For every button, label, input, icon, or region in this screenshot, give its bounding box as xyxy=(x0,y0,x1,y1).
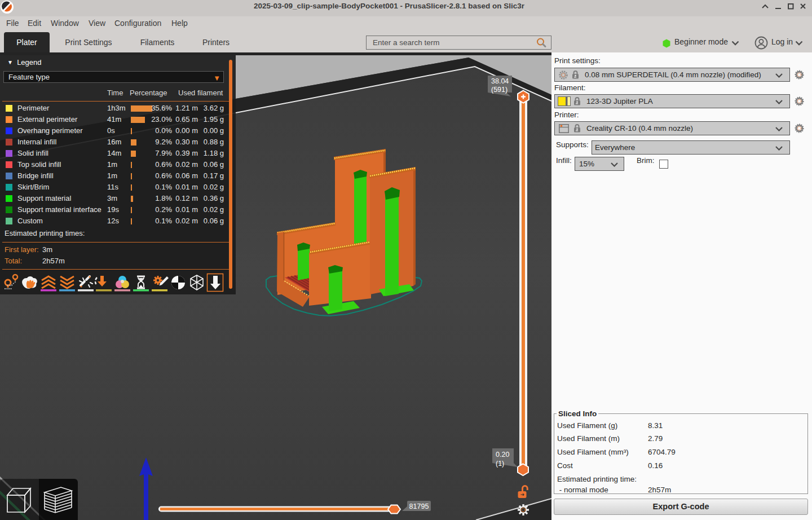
svg-text:38.04: 38.04 xyxy=(491,77,509,85)
svg-text:0.20: 0.20 xyxy=(496,451,509,459)
svg-text:(591): (591) xyxy=(491,86,508,94)
svg-text:(1): (1) xyxy=(496,460,504,468)
svg-text:81795: 81795 xyxy=(409,503,429,510)
